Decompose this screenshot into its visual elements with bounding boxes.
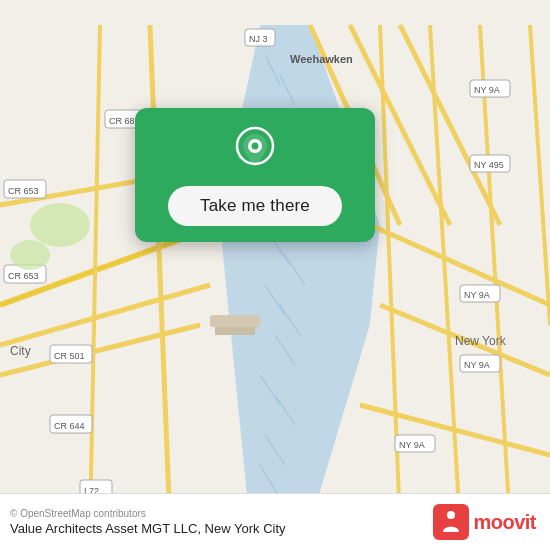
- svg-point-71: [447, 511, 455, 519]
- svg-text:NY 495: NY 495: [474, 160, 504, 170]
- location-label: Value Architects Asset MGT LLC, New York…: [10, 521, 286, 536]
- svg-text:NY 9A: NY 9A: [474, 85, 500, 95]
- bottom-bar: © OpenStreetMap contributors Value Archi…: [0, 493, 550, 550]
- moovit-logo: moovit: [433, 504, 536, 540]
- moovit-text: moovit: [473, 511, 536, 534]
- moovit-icon: [433, 504, 469, 540]
- svg-text:CR 644: CR 644: [54, 421, 85, 431]
- svg-point-69: [252, 143, 259, 150]
- svg-text:New York: New York: [455, 334, 507, 348]
- attribution-text: © OpenStreetMap contributors: [10, 508, 286, 519]
- svg-point-63: [30, 203, 90, 247]
- svg-text:CR 501: CR 501: [54, 351, 85, 361]
- svg-text:CR 653: CR 653: [8, 271, 39, 281]
- take-me-there-button[interactable]: Take me there: [168, 186, 342, 226]
- map-container: CR 653 CR 653 CR 681 CR 501 CR 644 I 72 …: [0, 0, 550, 550]
- map-svg: CR 653 CR 653 CR 681 CR 501 CR 644 I 72 …: [0, 0, 550, 550]
- svg-text:Weehawken: Weehawken: [290, 53, 353, 65]
- svg-text:NY 9A: NY 9A: [399, 440, 425, 450]
- popup-card: Take me there: [135, 108, 375, 242]
- svg-text:NY 9A: NY 9A: [464, 290, 490, 300]
- svg-text:NY 9A: NY 9A: [464, 360, 490, 370]
- map-pin-icon: [231, 126, 279, 174]
- svg-point-64: [10, 240, 50, 270]
- svg-text:CR 653: CR 653: [8, 186, 39, 196]
- svg-rect-65: [210, 315, 260, 327]
- svg-text:City: City: [10, 344, 31, 358]
- bottom-left: © OpenStreetMap contributors Value Archi…: [10, 508, 286, 536]
- svg-rect-70: [433, 504, 469, 540]
- svg-rect-66: [215, 327, 255, 335]
- svg-text:NJ 3: NJ 3: [249, 34, 268, 44]
